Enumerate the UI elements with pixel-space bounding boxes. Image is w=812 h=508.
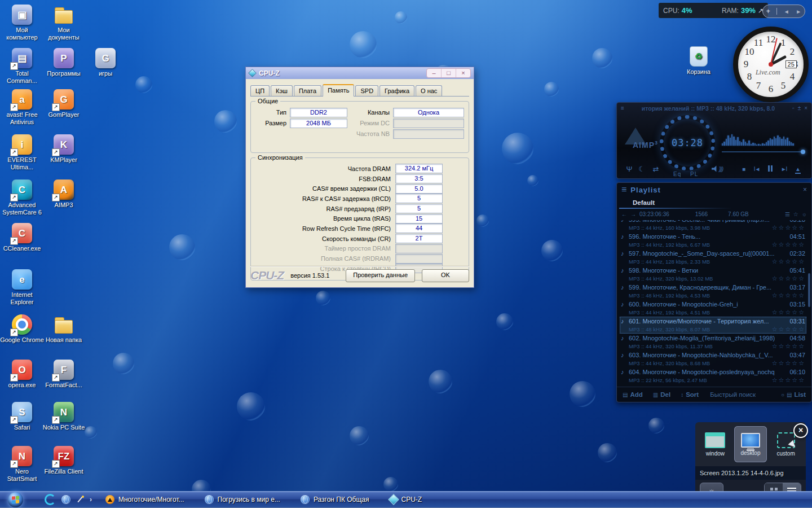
cpuz-tab-О нас[interactable]: О нас [416,85,442,96]
entry-rating-stars[interactable]: ☆☆☆☆☆ [772,292,805,299]
sort-button[interactable]: Sort [686,391,699,398]
delete-button[interactable]: Del [660,391,670,398]
capture-mode-desktop[interactable]: desktop [734,426,767,462]
shuffle-icon[interactable]: ⇄ [648,165,663,173]
desktop-icon-nero-startsmart[interactable]: N↗Nero StartSmart [0,446,44,483]
cpuz-tab-SPD[interactable]: SPD [355,85,378,96]
playlist-titlebar[interactable]: ≡ Playlist × [617,183,811,196]
desktop-icon-internet-explorer[interactable]: eInternet Explorer [0,269,44,306]
desktop-icon-new-folder[interactable]: Новая папка [42,314,86,344]
cpu-ram-gadget[interactable]: CPU: 4% RAM: 39% ↗ [659,3,768,18]
validate-button[interactable]: Проверить данные [346,269,415,282]
aimp-tray-icon[interactable]: ± [798,105,801,111]
desktop-icon-my-computer[interactable]: ▣Мой компьютер [0,5,44,41]
desktop-icon-advanced-systemcare[interactable]: C↗Advanced SystemCare 6 [0,179,44,216]
pause-button[interactable] [764,165,777,173]
cpuz-tab-Плата[interactable]: Плата [294,85,321,96]
entry-rating-stars[interactable]: ☆☆☆☆☆ [772,258,805,265]
radio-icon[interactable]: Ψ [624,165,635,173]
desktop-icon-gomplayer[interactable]: G↗GomPlayer [42,89,86,119]
capture-mode-window[interactable]: window [699,426,731,462]
cpuz-tab-Кэш[interactable]: Кэш [271,85,293,96]
previous-button[interactable]: I◄ [750,166,764,172]
playlist-entry[interactable]: ♪600. Многоточие - Mnogotochie-Greh_i03:… [620,300,806,317]
aimp-seek-slider[interactable] [722,151,804,152]
desktop-icon-filezilla-client[interactable]: FZ↗FileZilla Client [42,446,86,475]
quicklaunch-app-icon[interactable] [45,494,56,505]
delete-icon[interactable]: ▥ [653,392,658,398]
playlist-menu-icon[interactable]: ≡ [621,185,626,195]
maximize-button[interactable]: □ [442,69,456,77]
desktop-icon-nokia-pc-suite[interactable]: N↗Nokia PC Suite [42,402,86,431]
aimp-minimize-icon[interactable]: ▫ [792,105,795,111]
add-icon[interactable]: ▤ [623,392,628,398]
playlist-scrollbar[interactable] [808,273,810,307]
playlist-tab-default[interactable]: Default [633,199,655,206]
close-button[interactable]: × [456,69,470,77]
eject-button[interactable]: ▲ [791,166,805,172]
entry-rating-stars[interactable]: ☆☆☆☆☆ [772,326,805,333]
repeat-icon[interactable]: ○ [781,392,784,398]
start-button[interactable] [8,492,23,507]
playlist-close-icon[interactable]: × [803,186,807,194]
gadget-controls[interactable]: + ◄ ► [762,5,805,18]
desktop-icon-ccleaner[interactable]: C↗CCleaner.exe [0,223,44,252]
playlist-entry[interactable]: ♪599. Многоточие, Краснодеревщик, Диман … [620,283,806,300]
minimize-button[interactable]: – [427,69,442,77]
playlist-entry[interactable]: ♪604. Многоточие - Mnogotochie-poslednya… [620,367,806,384]
cpuz-tab-ЦП[interactable]: ЦП [250,85,270,96]
taskbar-task[interactable]: Разгон ПК Общая [301,495,369,504]
desktop-icon-my-documents[interactable]: Мои документы [42,5,86,41]
sleep-icon[interactable]: ☾ [635,165,648,173]
entry-rating-stars[interactable]: ☆☆☆☆☆ [772,241,805,248]
desktop-icon-aimp3[interactable]: A↗AIMP3 [42,179,86,209]
playlist-entry[interactable]: ♪596. Многоточие - Тень...04:51MP3 :: 44… [620,232,806,249]
entry-rating-stars[interactable]: ☆☆☆☆☆ [772,360,805,367]
seek-knob[interactable] [801,150,805,154]
settings-icon[interactable]: ☼ [802,211,807,217]
cpuz-tab-Графика[interactable]: Графика [379,85,414,96]
playlist-entry[interactable]: ♪601. Многоточие/Многоточие - Территория… [620,317,806,334]
entry-rating-stars[interactable]: ☆☆☆☆☆ [772,309,805,316]
playlist-entry[interactable]: ♪602. Mnogotochie-Mogila_(Territoriya_zh… [620,334,806,351]
volume-icon[interactable]: ))) [712,165,723,172]
desktop-icon-everest-ultimate[interactable]: i↗EVEREST Ultima... [0,134,44,171]
aimp-menu-icon[interactable]: ≡ [621,105,624,111]
screenshot-close-button[interactable]: × [793,423,808,438]
desktop-icon-total-commander[interactable]: ▤↗Total Comman... [0,48,44,85]
taskbar-task[interactable]: CPU-Z [390,496,422,503]
playlist-entry[interactable]: ♪595. Многоточие - Осень... Чики Гриммы … [620,220,806,232]
taskbar-task[interactable]: Погрузись в мир е... [205,495,280,504]
entry-rating-stars[interactable]: ☆☆☆☆☆ [772,376,805,384]
rating-icon[interactable]: ☆ [793,211,798,217]
queue-icon[interactable]: ☰ [785,211,790,217]
playlist-entry[interactable]: ♪597. Mnogotochie_-_Some_Day-spaces_ru[(… [620,249,806,266]
taskbar-task[interactable]: Многоточие/Многот... [105,495,184,504]
stats-back-icon[interactable]: ← [621,211,627,217]
ok-button[interactable]: OK [422,269,469,282]
playlist-entry[interactable]: ♪598. Многоточие - Ветки05:41MP3 :: 44 k… [620,266,806,283]
desktop-icon-games[interactable]: Gигры [83,48,127,77]
desktop-icon-google-chrome[interactable]: ↗Google Chrome [0,314,44,344]
aimp-close-icon[interactable]: × [804,105,807,111]
cpuz-tab-Память[interactable]: Память [323,84,354,97]
stats-forward-icon[interactable]: → [630,211,636,217]
quicklaunch-wand-icon[interactable] [76,496,84,503]
aimp-titlebar[interactable]: ≡ итория желаний :: MP3 :: 48 kHz, 320 k… [617,103,811,113]
next-button[interactable]: ►I [777,166,791,172]
add-gadget-button[interactable]: + [766,7,770,15]
desktop-icon-avast-free-antivirus[interactable]: a↗avast! Free Antivirus [0,89,44,126]
quicklaunch-expand-icon[interactable]: › [90,496,92,503]
desktop-icon-kmplayer[interactable]: K↗KMPlayer [42,134,86,164]
quick-search-button[interactable]: Быстрый поиск [710,391,756,398]
sort-icon[interactable]: ↕ [681,392,683,398]
quicklaunch-browser-icon[interactable] [61,495,70,504]
entry-rating-stars[interactable]: ☆☆☆☆☆ [772,224,805,231]
clock-gadget[interactable]: 121234567891011 Live.com 25 [733,27,809,102]
add-button[interactable]: Add [630,391,642,398]
desktop-icon-programs[interactable]: PПрограммы [42,48,86,77]
next-gadget-button[interactable]: ► [796,8,801,15]
stop-button[interactable]: ■ [738,166,750,172]
desktop-icon-safari[interactable]: S↗Safari [0,402,44,431]
list-button[interactable]: List [795,391,806,398]
